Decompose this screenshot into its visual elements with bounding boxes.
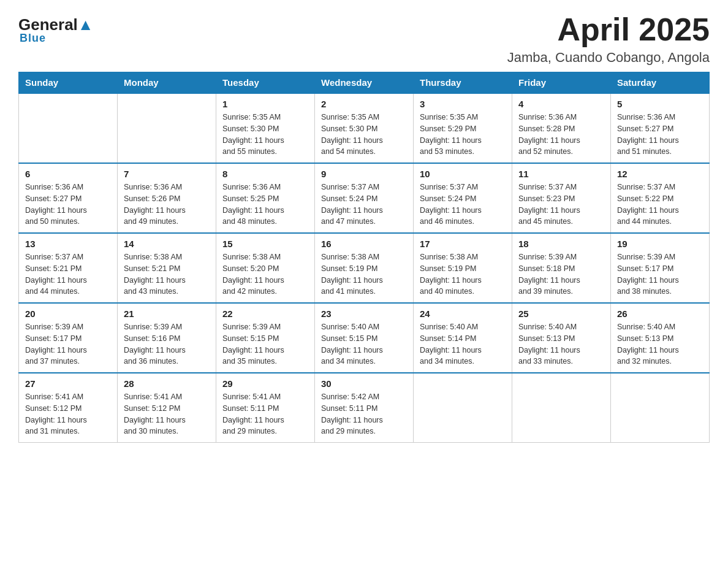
- calendar-day-cell: 6Sunrise: 5:36 AMSunset: 5:27 PMDaylight…: [19, 163, 118, 233]
- page-header: General ▲ Blue April 2025 Jamba, Cuando …: [18, 12, 710, 66]
- day-number: 17: [420, 239, 506, 249]
- day-info: Sunrise: 5:41 AMSunset: 5:11 PMDaylight:…: [222, 391, 308, 437]
- calendar-table: SundayMondayTuesdayWednesdayThursdayFrid…: [18, 72, 710, 443]
- calendar-day-cell: 25Sunrise: 5:40 AMSunset: 5:13 PMDayligh…: [512, 303, 611, 373]
- day-info: Sunrise: 5:41 AMSunset: 5:12 PMDaylight:…: [25, 391, 111, 437]
- day-info: Sunrise: 5:36 AMSunset: 5:28 PMDaylight:…: [518, 112, 604, 158]
- day-number: 28: [124, 378, 210, 389]
- calendar-day-cell: 22Sunrise: 5:39 AMSunset: 5:15 PMDayligh…: [216, 303, 315, 373]
- calendar-day-cell: 20Sunrise: 5:39 AMSunset: 5:17 PMDayligh…: [19, 303, 118, 373]
- day-number: 8: [222, 169, 308, 179]
- day-number: 7: [124, 169, 210, 179]
- calendar-day-cell: [611, 373, 710, 443]
- day-number: 21: [124, 308, 210, 319]
- calendar-week-row: 27Sunrise: 5:41 AMSunset: 5:12 PMDayligh…: [19, 373, 710, 443]
- calendar-day-cell: 11Sunrise: 5:37 AMSunset: 5:23 PMDayligh…: [512, 163, 611, 233]
- day-number: 16: [321, 239, 407, 249]
- day-of-week-header: Friday: [512, 72, 611, 94]
- day-number: 18: [518, 239, 604, 249]
- day-number: 26: [617, 308, 703, 319]
- day-number: 15: [222, 239, 308, 249]
- day-of-week-header: Monday: [118, 72, 216, 94]
- calendar-day-cell: 8Sunrise: 5:36 AMSunset: 5:25 PMDaylight…: [216, 163, 315, 233]
- calendar-day-cell: 27Sunrise: 5:41 AMSunset: 5:12 PMDayligh…: [19, 373, 118, 443]
- calendar-subtitle: Jamba, Cuando Cobango, Angola: [507, 50, 710, 66]
- calendar-day-cell: [19, 93, 118, 163]
- day-info: Sunrise: 5:39 AMSunset: 5:18 PMDaylight:…: [518, 251, 604, 297]
- calendar-day-cell: 4Sunrise: 5:36 AMSunset: 5:28 PMDaylight…: [512, 93, 611, 163]
- day-info: Sunrise: 5:41 AMSunset: 5:12 PMDaylight:…: [124, 391, 210, 437]
- day-number: 19: [617, 239, 703, 249]
- day-info: Sunrise: 5:37 AMSunset: 5:22 PMDaylight:…: [617, 182, 703, 228]
- day-of-week-header: Sunday: [19, 72, 118, 94]
- calendar-day-cell: 2Sunrise: 5:35 AMSunset: 5:30 PMDaylight…: [315, 93, 414, 163]
- day-info: Sunrise: 5:37 AMSunset: 5:23 PMDaylight:…: [518, 182, 604, 228]
- calendar-day-cell: 24Sunrise: 5:40 AMSunset: 5:14 PMDayligh…: [414, 303, 512, 373]
- calendar-day-cell: 7Sunrise: 5:36 AMSunset: 5:26 PMDaylight…: [118, 163, 216, 233]
- day-info: Sunrise: 5:37 AMSunset: 5:24 PMDaylight:…: [321, 182, 407, 228]
- day-number: 20: [25, 308, 111, 319]
- day-number: 5: [617, 99, 703, 109]
- calendar-week-row: 20Sunrise: 5:39 AMSunset: 5:17 PMDayligh…: [19, 303, 710, 373]
- calendar-day-cell: 14Sunrise: 5:38 AMSunset: 5:21 PMDayligh…: [118, 233, 216, 303]
- calendar-day-cell: 18Sunrise: 5:39 AMSunset: 5:18 PMDayligh…: [512, 233, 611, 303]
- logo-blue-text: Blue: [20, 32, 46, 45]
- day-info: Sunrise: 5:38 AMSunset: 5:21 PMDaylight:…: [124, 251, 210, 297]
- day-number: 14: [124, 239, 210, 249]
- day-info: Sunrise: 5:39 AMSunset: 5:17 PMDaylight:…: [617, 251, 703, 297]
- calendar-day-cell: [118, 93, 216, 163]
- day-number: 25: [518, 308, 604, 319]
- day-info: Sunrise: 5:38 AMSunset: 5:20 PMDaylight:…: [222, 251, 308, 297]
- calendar-day-cell: 23Sunrise: 5:40 AMSunset: 5:15 PMDayligh…: [315, 303, 414, 373]
- calendar-day-cell: 30Sunrise: 5:42 AMSunset: 5:11 PMDayligh…: [315, 373, 414, 443]
- day-info: Sunrise: 5:40 AMSunset: 5:14 PMDaylight:…: [420, 321, 506, 367]
- day-info: Sunrise: 5:37 AMSunset: 5:24 PMDaylight:…: [420, 182, 506, 228]
- day-number: 10: [420, 169, 506, 179]
- calendar-day-cell: 3Sunrise: 5:35 AMSunset: 5:29 PMDaylight…: [414, 93, 512, 163]
- calendar-week-row: 13Sunrise: 5:37 AMSunset: 5:21 PMDayligh…: [19, 233, 710, 303]
- calendar-day-cell: 28Sunrise: 5:41 AMSunset: 5:12 PMDayligh…: [118, 373, 216, 443]
- calendar-day-cell: 26Sunrise: 5:40 AMSunset: 5:13 PMDayligh…: [611, 303, 710, 373]
- day-info: Sunrise: 5:35 AMSunset: 5:30 PMDaylight:…: [321, 112, 407, 158]
- day-info: Sunrise: 5:36 AMSunset: 5:27 PMDaylight:…: [617, 112, 703, 158]
- title-block: April 2025 Jamba, Cuando Cobango, Angola: [507, 12, 710, 66]
- day-number: 29: [222, 378, 308, 389]
- day-number: 6: [25, 169, 111, 179]
- day-number: 12: [617, 169, 703, 179]
- day-number: 13: [25, 239, 111, 249]
- day-number: 4: [518, 99, 604, 109]
- calendar-day-cell: 12Sunrise: 5:37 AMSunset: 5:22 PMDayligh…: [611, 163, 710, 233]
- day-of-week-header: Wednesday: [315, 72, 414, 94]
- calendar-day-cell: 10Sunrise: 5:37 AMSunset: 5:24 PMDayligh…: [414, 163, 512, 233]
- day-info: Sunrise: 5:36 AMSunset: 5:26 PMDaylight:…: [124, 182, 210, 228]
- calendar-header-row: SundayMondayTuesdayWednesdayThursdayFrid…: [19, 72, 710, 94]
- day-of-week-header: Thursday: [414, 72, 512, 94]
- day-number: 23: [321, 308, 407, 319]
- day-number: 2: [321, 99, 407, 109]
- day-number: 30: [321, 378, 407, 389]
- day-number: 1: [222, 99, 308, 109]
- day-info: Sunrise: 5:38 AMSunset: 5:19 PMDaylight:…: [420, 251, 506, 297]
- logo-arrow: ▲: [78, 15, 94, 34]
- day-info: Sunrise: 5:35 AMSunset: 5:29 PMDaylight:…: [420, 112, 506, 158]
- calendar-day-cell: 1Sunrise: 5:35 AMSunset: 5:30 PMDaylight…: [216, 93, 315, 163]
- calendar-day-cell: 21Sunrise: 5:39 AMSunset: 5:16 PMDayligh…: [118, 303, 216, 373]
- day-info: Sunrise: 5:38 AMSunset: 5:19 PMDaylight:…: [321, 251, 407, 297]
- logo: General ▲ Blue: [18, 12, 94, 45]
- calendar-day-cell: 19Sunrise: 5:39 AMSunset: 5:17 PMDayligh…: [611, 233, 710, 303]
- day-number: 24: [420, 308, 506, 319]
- calendar-title: April 2025: [507, 12, 710, 47]
- day-info: Sunrise: 5:42 AMSunset: 5:11 PMDaylight:…: [321, 391, 407, 437]
- calendar-day-cell: 29Sunrise: 5:41 AMSunset: 5:11 PMDayligh…: [216, 373, 315, 443]
- day-number: 22: [222, 308, 308, 319]
- day-number: 11: [518, 169, 604, 179]
- calendar-day-cell: [414, 373, 512, 443]
- calendar-week-row: 1Sunrise: 5:35 AMSunset: 5:30 PMDaylight…: [19, 93, 710, 163]
- day-info: Sunrise: 5:36 AMSunset: 5:27 PMDaylight:…: [25, 182, 111, 228]
- calendar-day-cell: 13Sunrise: 5:37 AMSunset: 5:21 PMDayligh…: [19, 233, 118, 303]
- day-number: 27: [25, 378, 111, 389]
- calendar-day-cell: 15Sunrise: 5:38 AMSunset: 5:20 PMDayligh…: [216, 233, 315, 303]
- day-info: Sunrise: 5:36 AMSunset: 5:25 PMDaylight:…: [222, 182, 308, 228]
- day-info: Sunrise: 5:37 AMSunset: 5:21 PMDaylight:…: [25, 251, 111, 297]
- calendar-day-cell: [512, 373, 611, 443]
